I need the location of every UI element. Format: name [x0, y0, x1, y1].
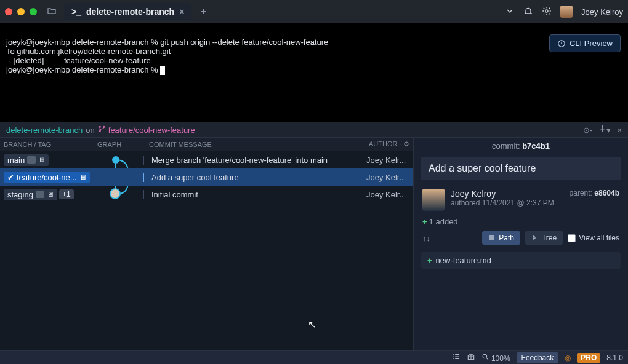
added-icon: + [427, 256, 432, 265]
commit-hash-header: commit: b7c4b1 [414, 138, 628, 154]
chevron-down-icon[interactable] [505, 6, 515, 18]
terminal-panel[interactable]: joeyk@joeyk-mbp delete-remote-branch % g… [0, 23, 628, 122]
pin-icon[interactable]: ▾ [598, 125, 611, 135]
authored-date: authored 11/4/2021 @ 2:37 PM [451, 199, 563, 207]
terminal-line: To github.com:jkelroy/delete-remote-bran… [6, 47, 171, 56]
author-avatar [422, 189, 445, 211]
commit-detail-panel: commit: b7c4b1 Add a super cool feature … [414, 138, 628, 350]
gift-icon[interactable] [467, 352, 475, 363]
commit-author: Joey Kelr... [366, 173, 413, 182]
view-all-files-toggle[interactable]: View all files [568, 234, 619, 242]
laptop-icon: 🖥 [38, 156, 45, 164]
svg-point-4 [103, 126, 104, 127]
repo-context-bar: delete-remote-branch on feature/cool-new… [0, 122, 628, 138]
svg-point-3 [99, 130, 100, 132]
svg-point-7 [483, 354, 487, 358]
new-tab-button[interactable]: + [200, 6, 207, 18]
commit-message: Add a super cool feature [143, 173, 366, 182]
path-view-button[interactable]: Path [482, 231, 520, 245]
branch-tag-main[interactable]: main🖥 [4, 154, 49, 166]
commit-title: Add a super cool feature [421, 157, 621, 180]
zoom-control[interactable]: 100% [481, 353, 510, 363]
terminal-line: joeyk@joeyk-mbp delete-remote-branch % [6, 65, 160, 74]
repo-name: delete-remote-branch [6, 125, 83, 135]
feedback-button[interactable]: Feedback [517, 352, 559, 363]
commit-message: Initial commit [143, 190, 366, 199]
col-branch-header[interactable]: BRANCH / TAG [0, 141, 91, 148]
target-icon[interactable]: ⊙- [583, 125, 592, 135]
list-icon[interactable] [452, 352, 461, 363]
avatar-mini-icon [36, 191, 44, 198]
check-icon: ✔ [7, 173, 14, 182]
bell-icon[interactable] [523, 6, 533, 18]
pro-badge: PRO [577, 353, 600, 363]
change-summary: +1 added [414, 217, 628, 226]
on-label: on [86, 125, 94, 135]
svg-point-2 [99, 126, 100, 127]
sort-icon[interactable]: ↑↓ [422, 234, 430, 243]
checkbox-icon[interactable] [568, 234, 576, 242]
terminal-prompt-icon: >_ [71, 7, 81, 17]
branch-tag-feature[interactable]: ✔ feature/cool-ne... 🖥 [4, 172, 90, 183]
col-message-header[interactable]: COMMIT MESSAGE [143, 141, 366, 148]
col-graph-header[interactable]: GRAPH [91, 141, 143, 148]
version-label: 8.1.0 [606, 354, 623, 362]
avatar-mini-icon [27, 156, 36, 164]
branch-icon [98, 125, 106, 135]
repo-tab[interactable]: >_ delete-remote-branch × [64, 3, 191, 20]
commit-message: Merge branch 'feature/cool-new-feature' … [143, 156, 366, 165]
commit-author: Joey Kelr... [366, 190, 413, 199]
commit-row-selected[interactable]: ✔ feature/cool-ne... 🖥 Add a super cool … [0, 168, 413, 186]
tab-close-icon[interactable]: × [179, 7, 184, 17]
ahead-count-badge: +1 [59, 189, 74, 199]
user-avatar[interactable] [560, 6, 573, 18]
gear-icon[interactable] [542, 6, 552, 18]
terminal-line: joeyk@joeyk-mbp delete-remote-branch % g… [6, 38, 328, 47]
commit-row[interactable]: staging🖥 +1 Initial commit Joey Kelr... [0, 186, 413, 203]
commit-row[interactable]: main🖥 Merge branch 'feature/cool-new-fea… [0, 151, 413, 168]
laptop-icon: 🖥 [47, 191, 54, 198]
svg-point-0 [545, 10, 548, 12]
branch-tag-staging[interactable]: staging🖥 [4, 189, 57, 200]
folder-icon[interactable] [47, 6, 57, 18]
laptop-icon: 🖥 [79, 173, 86, 181]
window-zoom[interactable] [30, 8, 37, 15]
window-close[interactable] [5, 8, 12, 15]
window-minimize[interactable] [17, 8, 25, 15]
commit-graph-panel: BRANCH / TAG GRAPH COMMIT MESSAGE AUTHOR… [0, 138, 414, 350]
status-bar: 100% Feedback ◎ PRO 8.1.0 [0, 350, 628, 364]
user-name: Joey Kelroy [581, 7, 623, 17]
commit-author: Joey Kelr... [366, 156, 413, 165]
cli-preview-button[interactable]: CLI Preview [549, 34, 621, 52]
tab-title: delete-remote-branch [86, 7, 174, 17]
author-name: Joey Kelroy [451, 189, 563, 199]
terminal-line: - [deleted] feature/cool-new-feature [6, 56, 151, 65]
terminal-cursor [160, 66, 165, 75]
tree-view-button[interactable]: Tree [525, 231, 563, 245]
current-branch[interactable]: feature/cool-new-feature [108, 125, 195, 135]
parent-commit[interactable]: parent: e8604b [570, 189, 619, 197]
changed-file-item[interactable]: +new-feature.md [421, 252, 621, 269]
target-icon[interactable]: ◎ [565, 354, 571, 362]
col-author-header[interactable]: AUTHOR · ⚙ [366, 140, 413, 148]
plus-icon: + [422, 217, 427, 226]
panel-close-icon[interactable]: × [617, 125, 622, 135]
